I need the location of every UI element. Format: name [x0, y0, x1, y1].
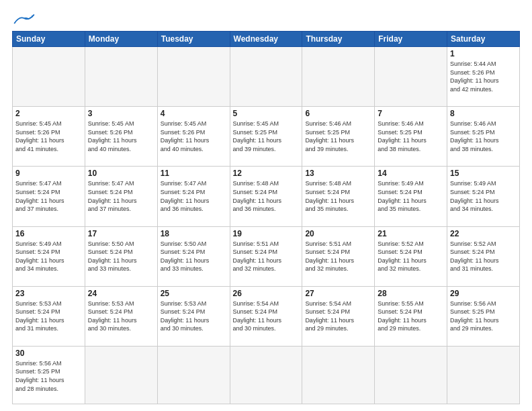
calendar-cell — [230, 47, 302, 107]
day-info: Sunrise: 5:54 AM Sunset: 5:24 PM Dayligh… — [305, 300, 371, 333]
calendar-week-row: 23Sunrise: 5:53 AM Sunset: 5:24 PM Dayli… — [13, 286, 520, 346]
calendar-cell: 24Sunrise: 5:53 AM Sunset: 5:24 PM Dayli… — [85, 286, 157, 346]
calendar-cell: 25Sunrise: 5:53 AM Sunset: 5:24 PM Dayli… — [157, 286, 230, 346]
day-number: 13 — [305, 169, 371, 178]
day-number: 23 — [15, 289, 82, 298]
day-number: 7 — [378, 109, 444, 118]
calendar-cell: 26Sunrise: 5:54 AM Sunset: 5:24 PM Dayli… — [230, 286, 302, 346]
calendar-cell: 9Sunrise: 5:47 AM Sunset: 5:24 PM Daylig… — [13, 167, 85, 226]
calendar-cell: 13Sunrise: 5:48 AM Sunset: 5:24 PM Dayli… — [302, 167, 375, 226]
day-info: Sunrise: 5:47 AM Sunset: 5:24 PM Dayligh… — [15, 179, 82, 213]
calendar-cell: 21Sunrise: 5:52 AM Sunset: 5:24 PM Dayli… — [375, 226, 447, 286]
day-number: 4 — [161, 109, 227, 118]
day-info: Sunrise: 5:52 AM Sunset: 5:24 PM Dayligh… — [450, 240, 517, 273]
calendar-cell: 3Sunrise: 5:45 AM Sunset: 5:26 PM Daylig… — [85, 107, 157, 167]
day-info: Sunrise: 5:48 AM Sunset: 5:24 PM Dayligh… — [305, 179, 371, 213]
calendar-cell: 29Sunrise: 5:56 AM Sunset: 5:25 PM Dayli… — [447, 286, 520, 346]
calendar-week-row: 30Sunrise: 5:56 AM Sunset: 5:25 PM Dayli… — [13, 346, 520, 404]
day-info: Sunrise: 5:51 AM Sunset: 5:24 PM Dayligh… — [233, 240, 300, 273]
day-number: 2 — [15, 109, 82, 118]
day-info: Sunrise: 5:53 AM Sunset: 5:24 PM Dayligh… — [88, 300, 154, 333]
calendar-cell — [13, 47, 85, 107]
calendar-cell: 23Sunrise: 5:53 AM Sunset: 5:24 PM Dayli… — [13, 286, 85, 346]
day-info: Sunrise: 5:50 AM Sunset: 5:24 PM Dayligh… — [88, 240, 154, 273]
calendar-header-friday: Friday — [375, 32, 447, 47]
day-number: 15 — [450, 169, 517, 178]
calendar-cell: 14Sunrise: 5:49 AM Sunset: 5:24 PM Dayli… — [375, 167, 447, 226]
day-info: Sunrise: 5:48 AM Sunset: 5:24 PM Dayligh… — [233, 179, 300, 213]
day-info: Sunrise: 5:49 AM Sunset: 5:24 PM Dayligh… — [378, 179, 444, 213]
calendar-cell — [157, 346, 230, 404]
day-number: 18 — [161, 229, 227, 238]
calendar-week-row: 16Sunrise: 5:49 AM Sunset: 5:24 PM Dayli… — [13, 226, 520, 286]
calendar-cell: 6Sunrise: 5:46 AM Sunset: 5:25 PM Daylig… — [302, 107, 375, 167]
calendar-cell — [375, 47, 447, 107]
day-info: Sunrise: 5:52 AM Sunset: 5:24 PM Dayligh… — [378, 240, 444, 273]
calendar-week-row: 1Sunrise: 5:44 AM Sunset: 5:26 PM Daylig… — [13, 47, 520, 107]
logo — [12, 12, 36, 26]
day-info: Sunrise: 5:45 AM Sunset: 5:26 PM Dayligh… — [15, 120, 82, 153]
day-number: 17 — [88, 229, 154, 238]
day-info: Sunrise: 5:53 AM Sunset: 5:24 PM Dayligh… — [15, 300, 82, 333]
day-info: Sunrise: 5:45 AM Sunset: 5:26 PM Dayligh… — [88, 120, 154, 153]
calendar-cell — [230, 346, 302, 404]
day-number: 29 — [450, 289, 517, 298]
day-number: 5 — [233, 109, 300, 118]
calendar-cell — [375, 346, 447, 404]
day-number: 25 — [161, 289, 227, 298]
calendar-header-thursday: Thursday — [302, 32, 375, 47]
day-info: Sunrise: 5:46 AM Sunset: 5:25 PM Dayligh… — [378, 120, 444, 153]
calendar-cell: 5Sunrise: 5:45 AM Sunset: 5:25 PM Daylig… — [230, 107, 302, 167]
calendar-header-monday: Monday — [85, 32, 157, 47]
calendar-cell: 22Sunrise: 5:52 AM Sunset: 5:24 PM Dayli… — [447, 226, 520, 286]
calendar-cell: 17Sunrise: 5:50 AM Sunset: 5:24 PM Dayli… — [85, 226, 157, 286]
calendar-header-tuesday: Tuesday — [157, 32, 230, 47]
day-number: 21 — [378, 229, 444, 238]
day-number: 20 — [305, 229, 371, 238]
day-info: Sunrise: 5:54 AM Sunset: 5:24 PM Dayligh… — [233, 300, 300, 333]
calendar-cell: 8Sunrise: 5:46 AM Sunset: 5:25 PM Daylig… — [447, 107, 520, 167]
day-info: Sunrise: 5:45 AM Sunset: 5:25 PM Dayligh… — [233, 120, 300, 153]
header — [12, 12, 520, 26]
day-info: Sunrise: 5:50 AM Sunset: 5:24 PM Dayligh… — [161, 240, 227, 273]
calendar-week-row: 2Sunrise: 5:45 AM Sunset: 5:26 PM Daylig… — [13, 107, 520, 167]
day-number: 14 — [378, 169, 444, 178]
calendar-cell: 30Sunrise: 5:56 AM Sunset: 5:25 PM Dayli… — [13, 346, 85, 404]
calendar-cell: 19Sunrise: 5:51 AM Sunset: 5:24 PM Dayli… — [230, 226, 302, 286]
calendar-cell — [157, 47, 230, 107]
day-number: 1 — [450, 49, 517, 58]
day-number: 9 — [15, 169, 82, 178]
calendar-header-saturday: Saturday — [447, 32, 520, 47]
day-info: Sunrise: 5:44 AM Sunset: 5:26 PM Dayligh… — [450, 60, 517, 93]
page: SundayMondayTuesdayWednesdayThursdayFrid… — [0, 0, 532, 411]
calendar-cell — [85, 346, 157, 404]
calendar-cell — [85, 47, 157, 107]
day-info: Sunrise: 5:56 AM Sunset: 5:25 PM Dayligh… — [450, 300, 517, 333]
day-number: 6 — [305, 109, 371, 118]
day-info: Sunrise: 5:56 AM Sunset: 5:25 PM Dayligh… — [15, 359, 82, 393]
calendar-cell: 2Sunrise: 5:45 AM Sunset: 5:26 PM Daylig… — [13, 107, 85, 167]
calendar-cell: 16Sunrise: 5:49 AM Sunset: 5:24 PM Dayli… — [13, 226, 85, 286]
day-info: Sunrise: 5:46 AM Sunset: 5:25 PM Dayligh… — [450, 120, 517, 153]
calendar-cell: 20Sunrise: 5:51 AM Sunset: 5:24 PM Dayli… — [302, 226, 375, 286]
day-info: Sunrise: 5:53 AM Sunset: 5:24 PM Dayligh… — [161, 300, 227, 333]
day-number: 28 — [378, 289, 444, 298]
day-number: 24 — [88, 289, 154, 298]
day-number: 27 — [305, 289, 371, 298]
calendar-header-sunday: Sunday — [13, 32, 85, 47]
day-info: Sunrise: 5:46 AM Sunset: 5:25 PM Dayligh… — [305, 120, 371, 153]
calendar-cell: 12Sunrise: 5:48 AM Sunset: 5:24 PM Dayli… — [230, 167, 302, 226]
day-number: 22 — [450, 229, 517, 238]
day-info: Sunrise: 5:49 AM Sunset: 5:24 PM Dayligh… — [15, 240, 82, 273]
calendar-cell — [447, 346, 520, 404]
day-number: 8 — [450, 109, 517, 118]
day-number: 30 — [15, 349, 82, 358]
day-info: Sunrise: 5:49 AM Sunset: 5:24 PM Dayligh… — [450, 179, 517, 213]
logo-bird-icon — [12, 13, 36, 26]
calendar-table: SundayMondayTuesdayWednesdayThursdayFrid… — [12, 31, 520, 404]
calendar-cell: 7Sunrise: 5:46 AM Sunset: 5:25 PM Daylig… — [375, 107, 447, 167]
calendar-cell — [302, 346, 375, 404]
calendar-cell: 15Sunrise: 5:49 AM Sunset: 5:24 PM Dayli… — [447, 167, 520, 226]
day-number: 10 — [88, 169, 154, 178]
day-info: Sunrise: 5:51 AM Sunset: 5:24 PM Dayligh… — [305, 240, 371, 273]
